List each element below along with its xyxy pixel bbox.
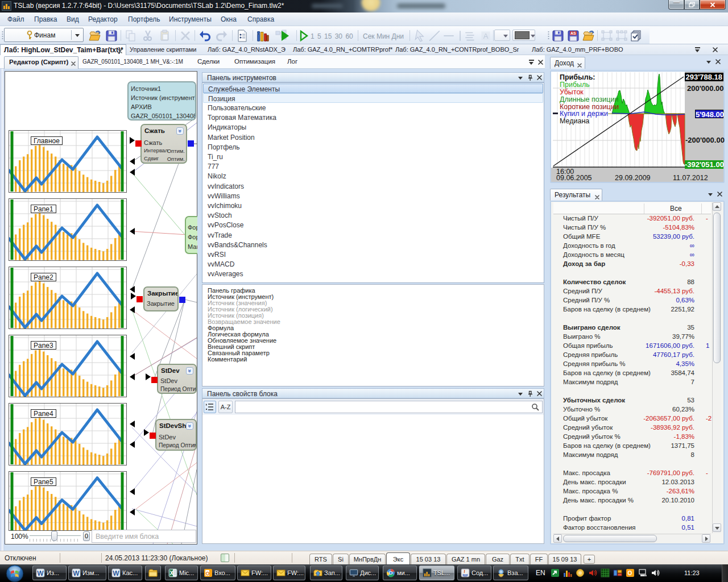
svg-text:X: X xyxy=(170,570,174,576)
svg-text:AS: AS xyxy=(570,31,576,35)
svg-text:W: W xyxy=(73,569,80,577)
svg-text:W: W xyxy=(113,569,119,577)
svg-text:A: A xyxy=(483,32,489,40)
svg-text:O: O xyxy=(628,570,632,576)
svg-text:W: W xyxy=(37,569,44,577)
svg-text:O: O xyxy=(206,571,210,576)
